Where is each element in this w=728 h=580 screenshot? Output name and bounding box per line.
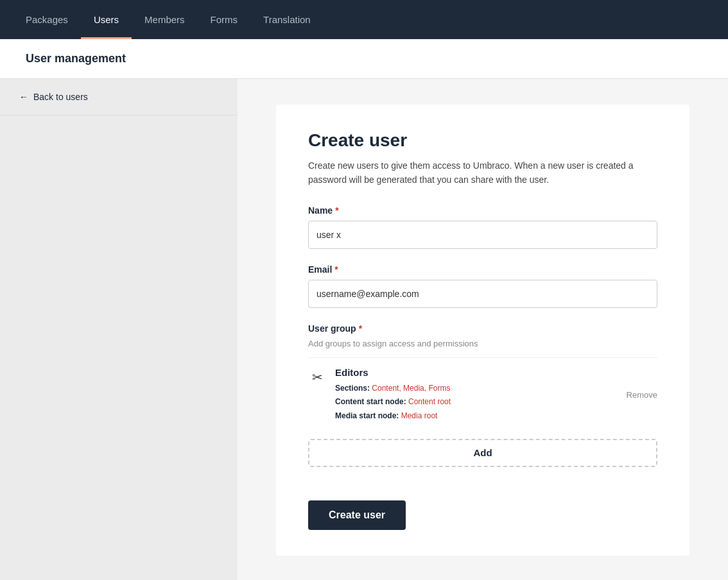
editors-group-item: Editors Sections: Content, Media, Forms … (308, 357, 657, 432)
main-layout: ← Back to users Create user Create new u… (0, 79, 728, 580)
section-title: User management (26, 52, 702, 65)
user-group-hint: Add groups to assign access and permissi… (308, 339, 657, 348)
form-description: Create new users to give them access to … (308, 158, 657, 187)
section-header: User management (0, 39, 728, 79)
name-field-group: Name * (308, 205, 657, 249)
back-to-users-link[interactable]: ← Back to users (0, 79, 238, 115)
create-user-form-card: Create user Create new users to give the… (276, 105, 689, 556)
sidebar: ← Back to users (0, 79, 238, 580)
back-arrow-icon: ← (19, 92, 28, 102)
remove-group-button[interactable]: Remove (627, 390, 657, 400)
email-label: Email * (308, 264, 657, 275)
nav-item-packages[interactable]: Packages (13, 0, 81, 39)
user-group-required-indicator: * (359, 323, 362, 334)
form-title: Create user (308, 130, 657, 151)
email-required-indicator: * (334, 264, 338, 275)
editors-group-meta: Sections: Content, Media, Forms Content … (335, 382, 618, 423)
nav-item-translation[interactable]: Translation (250, 0, 324, 39)
nav-item-members[interactable]: Members (132, 0, 198, 39)
nav-item-users[interactable]: Users (81, 0, 132, 39)
create-user-button[interactable]: Create user (308, 500, 406, 530)
add-group-button[interactable]: Add (308, 439, 657, 467)
editors-group-name: Editors (335, 367, 618, 378)
content-area: Create user Create new users to give the… (238, 79, 728, 580)
editors-icon (308, 368, 326, 386)
top-navigation: Packages Users Members Forms Translation (0, 0, 728, 39)
editors-group-details: Editors Sections: Content, Media, Forms … (335, 367, 618, 423)
email-field-group: Email * (308, 264, 657, 308)
name-required-indicator: * (335, 205, 338, 216)
back-link-label: Back to users (33, 92, 88, 102)
user-group-label: User group * (308, 323, 657, 334)
user-group-field-group: User group * Add groups to assign access… (308, 323, 657, 485)
email-input[interactable] (308, 280, 657, 308)
name-label: Name * (308, 205, 657, 216)
name-input[interactable] (308, 221, 657, 249)
nav-item-forms[interactable]: Forms (198, 0, 251, 39)
